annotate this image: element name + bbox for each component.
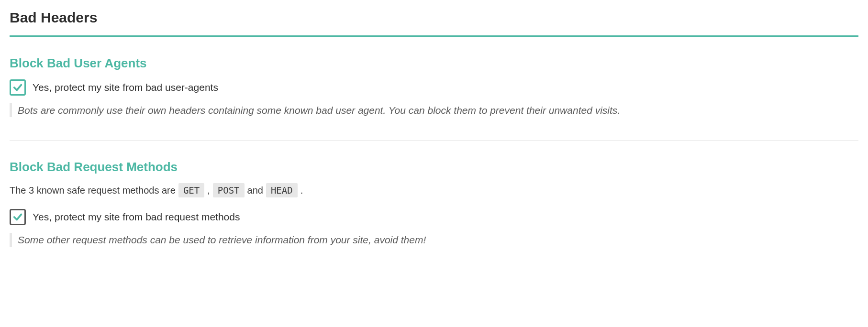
- method-code-head: HEAD: [266, 183, 298, 197]
- page-title: Bad Headers: [10, 10, 858, 35]
- section-block-bad-request-methods: Block Bad Request Methods The 3 known sa…: [10, 160, 858, 247]
- checkbox-request-methods[interactable]: [10, 209, 26, 225]
- method-code-get: GET: [178, 183, 204, 197]
- intro-prefix: The 3 known safe request methods are: [10, 185, 176, 196]
- check-icon: [12, 212, 23, 222]
- section-divider: [10, 140, 858, 141]
- intro-joiner-comma: ,: [207, 185, 210, 196]
- checkbox-row-request-methods: Yes, protect my site from bad request me…: [10, 209, 858, 225]
- checkbox-row-user-agents: Yes, protect my site from bad user-agent…: [10, 79, 858, 96]
- section-title-request-methods: Block Bad Request Methods: [10, 160, 858, 174]
- checkbox-label-user-agents: Yes, protect my site from bad user-agent…: [33, 82, 218, 93]
- intro-joiner-and: and: [247, 185, 263, 196]
- check-icon: [12, 82, 23, 93]
- method-code-post: POST: [213, 183, 245, 197]
- title-divider: [10, 35, 858, 37]
- checkbox-user-agents[interactable]: [10, 79, 26, 96]
- section-block-bad-user-agents: Block Bad User Agents Yes, protect my si…: [10, 56, 858, 117]
- help-text-user-agents: Bots are commonly use their own headers …: [10, 103, 858, 117]
- intro-suffix: .: [300, 185, 303, 196]
- help-text-request-methods: Some other request methods can be used t…: [10, 233, 858, 247]
- intro-request-methods: The 3 known safe request methods are GET…: [10, 183, 858, 197]
- checkbox-label-request-methods: Yes, protect my site from bad request me…: [33, 211, 240, 223]
- section-title-user-agents: Block Bad User Agents: [10, 56, 858, 71]
